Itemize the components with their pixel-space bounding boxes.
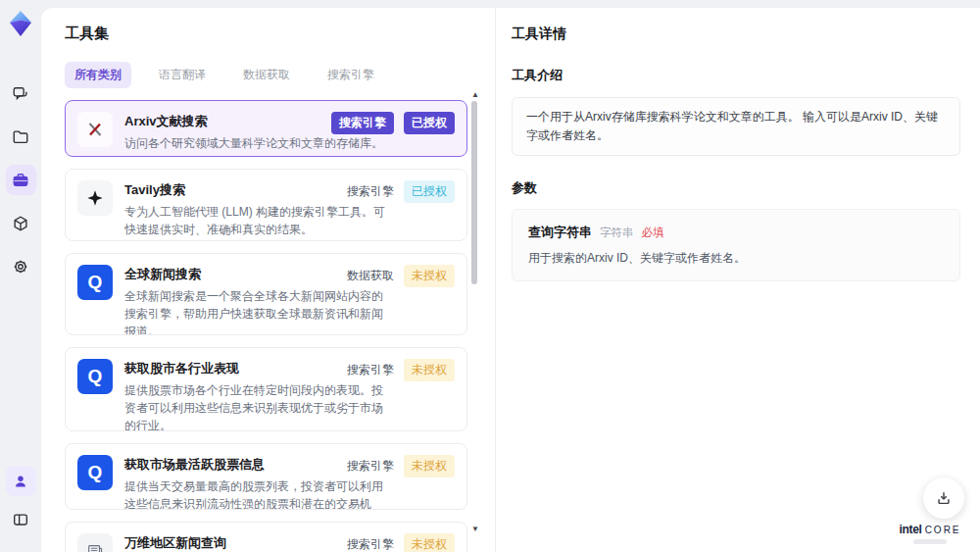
- auth-badge: 未授权: [404, 359, 455, 381]
- tool-intro-text: 一个用于从Arxiv存储库搜索科学论文和文章的工具。 输入可以是Arxiv ID…: [526, 110, 938, 142]
- briefcase-icon: [12, 172, 29, 189]
- newspaper-icon: [77, 533, 113, 552]
- category-label: 搜索引擎: [347, 362, 394, 378]
- q-search-icon: Q: [77, 359, 113, 394]
- auth-badge: 已授权: [404, 112, 455, 134]
- scrollbar-down-arrow[interactable]: ▼: [471, 526, 479, 533]
- category-label: 搜索引擎: [347, 536, 394, 552]
- details-title: 工具详情: [512, 25, 960, 43]
- tool-description: 访问各个研究领域大量科学论文和文章的存储库。: [124, 134, 387, 152]
- page-title: 工具集: [65, 25, 495, 43]
- app-logo-icon: [5, 8, 36, 39]
- category-label: 搜索引擎: [347, 183, 394, 200]
- auth-badge: 已授权: [404, 180, 455, 203]
- brand-subline: [913, 539, 947, 544]
- param-type: 字符串: [600, 226, 634, 240]
- tool-description: 提供股票市场各个行业在特定时间段内的表现。投资者可以利用这些信息来识别表现优于或…: [124, 381, 387, 431]
- tool-card-regional-news[interactable]: 万维地区新闻查询 查询具体行政区划内的新闻，快速了解各地新闻动 搜索引擎 未授权: [65, 522, 467, 552]
- arxiv-icon: [77, 112, 113, 147]
- tool-description: 全球新闻搜索是一个聚合全球各大新闻网站内容的搜索引擎，帮助用户快速获取全球最新资…: [124, 287, 387, 335]
- tool-card-tavily[interactable]: Tavily搜索 专为人工智能代理 (LLM) 构建的搜索引擎工具。可快速提供实…: [65, 169, 467, 241]
- param-card: 查询字符串 字符串 必填 用于搜索的Arxiv ID、关键字或作者姓名。: [512, 209, 960, 281]
- app-sidebar: [0, 0, 41, 552]
- auth-badge: 未授权: [404, 533, 455, 552]
- category-tabs: 所有类别 语言翻译 数据获取 搜索引擎: [65, 62, 495, 88]
- q-search-icon: Q: [77, 455, 113, 490]
- category-label: 搜索引擎: [347, 458, 394, 475]
- param-required-badge: 必填: [642, 226, 664, 240]
- download-icon: [935, 489, 953, 507]
- folder-icon: [12, 128, 29, 146]
- intel-core-logo: intelCORE: [888, 523, 972, 544]
- tool-card-sector-performance[interactable]: Q 获取股市各行业表现 提供股票市场各个行业在特定时间段内的表现。投资者可以利用…: [65, 347, 467, 431]
- sidebar-item-models[interactable]: [6, 208, 36, 238]
- tool-list-pane: 工具集 所有类别 语言翻译 数据获取 搜索引擎 Arxiv文献搜索 访问各个研究…: [41, 8, 495, 552]
- tool-description: 提供当天交易量最高的股票列表，投资者可以利用这些信息来识别流动性强的股票和潜在的…: [124, 477, 387, 510]
- auth-badge: 未授权: [404, 265, 455, 287]
- gear-icon: [12, 258, 29, 276]
- tab-language-translation[interactable]: 语言翻译: [149, 62, 216, 88]
- param-name: 查询字符串: [528, 224, 592, 241]
- tool-card-active-stocks[interactable]: Q 获取市场最活跃股票信息 提供当天交易量最高的股票列表，投资者可以利用这些信息…: [65, 443, 467, 510]
- auth-badge: 未授权: [404, 455, 455, 477]
- params-heading: 参数: [512, 179, 960, 197]
- tab-all-categories[interactable]: 所有类别: [65, 62, 131, 88]
- category-badge: 搜索引擎: [331, 112, 394, 134]
- brand-intel-text: intel: [899, 523, 921, 536]
- intro-heading: 工具介绍: [512, 67, 960, 84]
- sidebar-item-tools[interactable]: [6, 165, 36, 195]
- tool-intro-box: 一个用于从Arxiv存储库搜索科学论文和文章的工具。 输入可以是Arxiv ID…: [512, 97, 960, 156]
- tavily-star-icon: [77, 180, 113, 216]
- brand-core-text: CORE: [925, 525, 961, 535]
- tool-description: 专为人工智能代理 (LLM) 构建的搜索引擎工具。可快速提供实时、准确和真实的结…: [124, 203, 387, 238]
- cube-icon: [12, 215, 29, 232]
- sidebar-item-collapse[interactable]: [6, 504, 36, 534]
- sidebar-bottom: [0, 466, 41, 534]
- tool-details-pane: 工具详情 工具介绍 一个用于从Arxiv存储库搜索科学论文和文章的工具。 输入可…: [496, 8, 980, 552]
- category-label: 数据获取: [347, 268, 394, 284]
- sidebar-item-settings[interactable]: [6, 251, 36, 281]
- chat-icon: [12, 85, 29, 103]
- person-icon: [12, 473, 29, 490]
- q-search-icon: Q: [77, 265, 113, 300]
- tool-card-global-news[interactable]: Q 全球新闻搜索 全球新闻搜索是一个聚合全球各大新闻网站内容的搜索引擎，帮助用户…: [65, 253, 467, 335]
- sidebar-item-profile[interactable]: [6, 466, 36, 496]
- tool-card-list: Arxiv文献搜索 访问各个研究领域大量科学论文和文章的存储库。 搜索引擎 已授…: [65, 100, 467, 552]
- param-description: 用于搜索的Arxiv ID、关键字或作者姓名。: [528, 250, 944, 267]
- sidebar-nav: [0, 78, 41, 281]
- download-button[interactable]: [923, 477, 964, 519]
- sidebar-item-files[interactable]: [6, 122, 36, 152]
- scrollbar-thumb[interactable]: [471, 101, 477, 284]
- main-panel: 工具集 所有类别 语言翻译 数据获取 搜索引擎 Arxiv文献搜索 访问各个研究…: [41, 8, 980, 552]
- tab-data-fetch[interactable]: 数据获取: [233, 62, 300, 88]
- sidebar-item-chat[interactable]: [6, 78, 36, 109]
- scrollbar-up-arrow[interactable]: ▲: [471, 91, 479, 99]
- tab-search-engine[interactable]: 搜索引擎: [318, 62, 384, 88]
- panel-icon: [12, 511, 29, 528]
- tool-card-arxiv[interactable]: Arxiv文献搜索 访问各个研究领域大量科学论文和文章的存储库。 搜索引擎 已授…: [65, 100, 467, 157]
